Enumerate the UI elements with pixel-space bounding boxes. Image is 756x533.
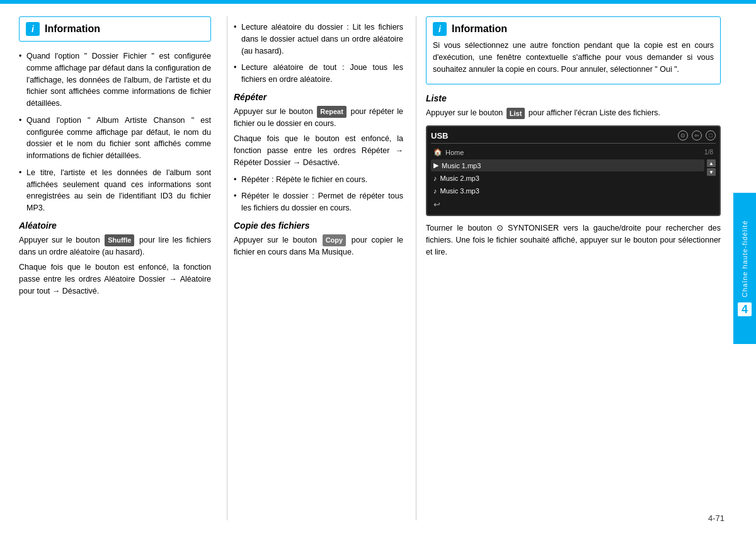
usb-scroll-up: ▲ — [707, 159, 716, 167]
chapter-label: Chaîne haute-fidélité — [741, 221, 748, 298]
usb-icon-1: ⊙ — [678, 130, 688, 140]
middle-column: Lecture aléatoire du dossier : Lit les f… — [227, 16, 410, 520]
usb-icon-2: ⇦ — [692, 130, 702, 140]
left-info-box: i Information — [19, 16, 211, 42]
right-info-body: Si vous sélectionnez une autre fonction … — [433, 40, 714, 75]
left-bullet-3: Le titre, l'artiste et les données de l'… — [19, 167, 211, 214]
random-bullet-2: Lecture aléatoire de tout : Joue tous le… — [234, 62, 403, 86]
usb-home-row: 🏠 Home 1/8 — [431, 146, 716, 158]
copie-title: Copie des fichiers — [234, 221, 403, 231]
repeter-body: Appuyer sur le bouton Repeat pour répéte… — [234, 106, 403, 130]
left-bullet-2: Quand l'option " Album Artiste Chanson "… — [19, 115, 211, 162]
liste-body: Appuyer sur le bouton List pour afficher… — [426, 107, 721, 119]
usb-title: USB — [431, 131, 448, 140]
right-info-icon: i — [433, 22, 447, 36]
usb-file-row-2: ♪ Music 2.mp3 — [431, 173, 704, 184]
usb-page: 1/8 — [704, 149, 713, 156]
usb-scroll-buttons: ▲ ▼ — [707, 159, 716, 198]
alea-title: Aléatoire — [19, 221, 211, 231]
left-info-icon: i — [26, 22, 40, 36]
left-bullet-1: Quand l'option " Dossier Fichier " est c… — [19, 50, 211, 110]
right-info-title: Information — [452, 23, 507, 35]
alea-body2: Chaque fois que le bouton est enfoncé, l… — [19, 261, 211, 297]
usb-scroll-down: ▼ — [707, 168, 716, 176]
left-column: i Information Quand l'option " Dossier F… — [19, 16, 220, 520]
usb-screen: USB ⊙ ⇦ □ 🏠 Home 1/8 — [426, 125, 721, 216]
usb-file-icon-2: ♪ — [433, 175, 437, 182]
usb-file-name-1: Music 1.mp3 — [442, 162, 702, 169]
page-number: 4-71 — [708, 513, 724, 523]
right-info-box: i Information Si vous sélectionnez une a… — [426, 16, 721, 84]
chapter-number: 4 — [738, 302, 752, 316]
usb-icon-3: □ — [706, 130, 716, 140]
repeter-bullet-list: Répéter : Répète le fichier en cours. Ré… — [234, 174, 403, 214]
usb-file-name-3: Music 3.mp3 — [440, 187, 702, 195]
usb-file-icon-1: ▶ — [433, 161, 438, 169]
repeter-bullet-2: Répéter le dossier : Permet de répéter t… — [234, 190, 403, 214]
usb-file-icon-3: ♪ — [433, 187, 437, 195]
random-bullet-1: Lecture aléatoire du dossier : Lit les f… — [234, 21, 403, 57]
liste-title: Liste — [426, 93, 721, 103]
shuffle-btn: Shuffle — [105, 234, 134, 246]
usb-file-row-1: ▶ Music 1.mp3 — [431, 159, 704, 171]
tune-body: Tourner le bouton ⊙ SYNTONISER vers la g… — [426, 222, 721, 258]
repeter-bullet-1: Répéter : Répète le fichier en cours. — [234, 174, 403, 186]
alea-body: Appuyer sur le bouton Shuffle pour lire … — [19, 234, 211, 258]
repeter-body2: Chaque fois que le bouton est enfoncé, l… — [234, 133, 403, 168]
usb-file-row-3: ♪ Music 3.mp3 — [431, 185, 704, 197]
usb-home-label: Home — [445, 149, 704, 156]
list-btn: List — [507, 108, 525, 120]
left-info-title: Information — [45, 23, 100, 35]
usb-icons: ⊙ ⇦ □ — [678, 130, 716, 140]
right-sidebar: 4 Chaîne haute-fidélité — [733, 4, 756, 533]
repeat-btn: Repeat — [317, 106, 346, 118]
copie-body: Appuyer sur le bouton Copy pour copier l… — [234, 234, 403, 258]
usb-back-row: ↩ — [431, 198, 716, 211]
usb-file-name-2: Music 2.mp3 — [440, 175, 702, 182]
random-bullet-list: Lecture aléatoire du dossier : Lit les f… — [234, 21, 403, 86]
right-column: i Information Si vous sélectionnez une a… — [416, 16, 721, 520]
left-bullet-list: Quand l'option " Dossier Fichier " est c… — [19, 50, 211, 214]
copy-btn: Copy — [323, 234, 346, 246]
repeter-title: Répéter — [234, 92, 403, 102]
